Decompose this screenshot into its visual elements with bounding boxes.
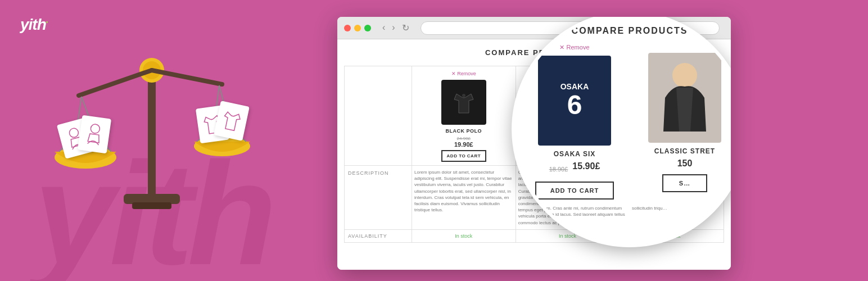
svg-point-17	[69, 128, 80, 139]
product-price-old-1: 24.90£	[414, 136, 513, 141]
logo-dot: •	[46, 19, 48, 25]
svg-line-6	[152, 70, 222, 84]
svg-rect-0	[148, 67, 156, 197]
traffic-lights	[344, 25, 371, 31]
forward-button[interactable]: ›	[390, 21, 397, 34]
description-text-1: Lorem ipsum dolor sit amet, consectetur …	[412, 166, 516, 229]
product-image-1	[441, 80, 486, 125]
magnify-name-osaka: OSAKA SIX	[524, 150, 625, 158]
magnify-add-to-cart-osaka[interactable]: ADD TO CART	[535, 182, 614, 200]
maximize-button[interactable]	[364, 25, 371, 31]
magnify-product-classic: ✕ CLASSIC STRET 150 S…	[634, 44, 731, 200]
magnify-circle: COMPARE PRODUCTS ⤢ Remove OSAKA 6 OSAKA …	[512, 17, 731, 247]
product-col-1: Remove BLACK POLO 24.90£ 19.90£ ADD TO C…	[412, 66, 516, 165]
close-button[interactable]	[344, 25, 351, 31]
refresh-button[interactable]: ↻	[400, 21, 412, 34]
magnify-title: COMPARE PRODUCTS	[524, 26, 731, 36]
svg-point-19	[462, 94, 465, 97]
browser-window: ‹ › ↻ COMPARE PRODUCTS Remove	[337, 17, 731, 270]
back-button[interactable]: ‹	[380, 21, 387, 34]
product-name-1: BLACK POLO	[414, 128, 513, 134]
magnify-description-section: … in aliquam. Cras ante mi, rutrum condi…	[524, 205, 731, 224]
magnify-product-osaka: Remove OSAKA 6 OSAKA SIX 18.90£ 15.90£ A…	[524, 44, 625, 200]
magnify-price-old-osaka: 18.90£	[549, 166, 568, 173]
description-label: DESCRIPTION	[345, 166, 412, 229]
nav-buttons: ‹ › ↻	[380, 21, 412, 34]
availability-label: AVAILABILITY	[345, 230, 412, 242]
magnify-desc-classic: sollicitudin triqu…	[632, 205, 731, 224]
magnify-desc-osaka: … in aliquam. Cras ante mi, rutrum condi…	[524, 205, 627, 224]
magnify-name-classic: CLASSIC STRET	[634, 147, 731, 155]
svg-point-21	[672, 63, 697, 88]
add-to-cart-button-1[interactable]: ADD TO CART	[441, 150, 486, 162]
magnify-products-row: Remove OSAKA 6 OSAKA SIX 18.90£ 15.90£ A…	[524, 44, 731, 200]
magnify-price-new-osaka: 15.90£	[572, 161, 600, 171]
logo-text: yith	[20, 16, 46, 33]
scale-illustration	[45, 34, 259, 236]
brand-logo: yith•	[20, 16, 47, 34]
svg-line-5	[79, 70, 152, 96]
product-price-new-1: 19.90£	[414, 141, 513, 148]
scale-card-left-2	[78, 115, 111, 154]
magnify-remove-osaka[interactable]: Remove	[524, 44, 625, 51]
svg-point-18	[90, 124, 100, 134]
magnify-image-classic	[648, 53, 721, 143]
remove-product-1[interactable]: Remove	[451, 71, 476, 76]
availability-value-1: In stock	[412, 230, 516, 242]
magnify-close-classic[interactable]: ✕	[729, 44, 731, 53]
empty-label-cell	[345, 66, 412, 165]
svg-rect-2	[132, 202, 171, 209]
magnify-set-options-classic[interactable]: S…	[662, 174, 707, 192]
magnify-price-new-classic: 150	[634, 158, 731, 169]
resize-icon: ⤢	[726, 21, 731, 30]
magnify-image-osaka: OSAKA 6	[538, 56, 611, 146]
magnify-content: COMPARE PRODUCTS ⤢ Remove OSAKA 6 OSAKA …	[515, 17, 731, 244]
minimize-button[interactable]	[354, 25, 361, 31]
